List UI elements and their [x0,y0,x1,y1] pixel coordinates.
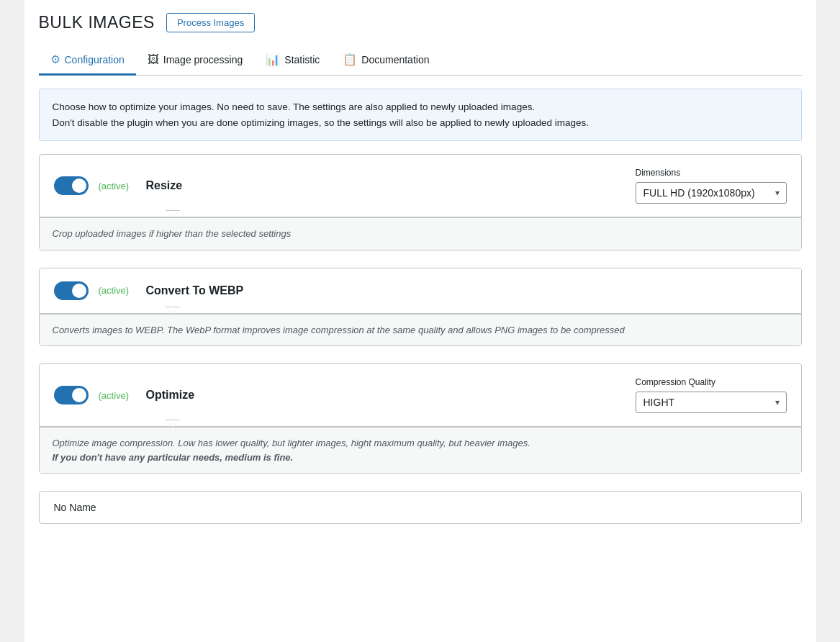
optimize-desc-line1: Optimize image compression. Low has lowe… [53,436,788,451]
optimize-desc-line2: If you don't have any particular needs, … [53,451,788,465]
convert-webp-section: (active) Convert To WEBP Converts images… [39,268,802,347]
compression-quality-label: Compression Quality [636,377,715,387]
optimize-title: Optimize [146,389,626,402]
gear-icon: ⚙ [50,53,60,66]
tab-statistic[interactable]: 📊 Statistic [254,45,331,76]
info-line2: Don't disable the plugin when you are do… [53,115,788,131]
resize-title: Resize [146,179,626,192]
convert-webp-title: Convert To WEBP [146,284,787,297]
compression-quality-select[interactable]: LOW MEDIUM HIGHT [636,392,787,413]
partial-section: No Name [39,491,802,524]
convert-webp-description: Converts images to WEBP. The WebP format… [40,314,801,346]
statistic-icon: 📊 [266,53,280,66]
optimize-toggle[interactable] [54,386,89,404]
tab-bar: ⚙ Configuration 🖼 Image processing 📊 Sta… [39,45,802,76]
resize-field: Dimensions FULL HD (1920x1080px) HD (128… [636,168,787,204]
resize-description: Crop uploaded images if higher than the … [40,217,801,250]
tab-documentation[interactable]: 📋 Documentation [331,45,441,76]
documentation-icon: 📋 [343,53,357,66]
resize-section: (active) Resize Dimensions FULL HD (1920… [39,154,802,250]
tab-image-processing[interactable]: 🖼 Image processing [136,45,255,76]
tab-image-processing-label: Image processing [163,54,243,65]
optimize-active-label: (active) [99,390,136,401]
dimensions-select-wrap: FULL HD (1920x1080px) HD (1280x720px) 4K… [636,182,787,204]
tab-documentation-label: Documentation [361,54,429,65]
info-line1: Choose how to optimize your images. No n… [53,99,788,115]
tab-configuration-label: Configuration [65,54,125,65]
convert-webp-active-label: (active) [99,285,136,296]
resize-toggle[interactable] [54,176,89,195]
dimensions-label: Dimensions [636,168,681,178]
optimize-description: Optimize image compression. Low has lowe… [40,427,801,473]
resize-active-label: (active) [99,181,136,191]
tab-configuration[interactable]: ⚙ Configuration [39,45,136,76]
app-title: BULK IMAGES [39,13,155,32]
tab-statistic-label: Statistic [284,54,320,65]
dimensions-select[interactable]: FULL HD (1920x1080px) HD (1280x720px) 4K… [636,182,787,204]
optimize-section: (active) Optimize Compression Quality LO… [39,363,802,474]
optimize-field: Compression Quality LOW MEDIUM HIGHT ▾ [636,377,787,413]
info-box: Choose how to optimize your images. No n… [39,89,802,141]
compression-select-wrap: LOW MEDIUM HIGHT ▾ [636,392,787,413]
image-processing-icon: 🖼 [148,53,159,66]
convert-webp-toggle[interactable] [54,281,89,300]
process-images-button[interactable]: Process Images [166,13,255,32]
partial-section-label: No Name [54,502,96,513]
